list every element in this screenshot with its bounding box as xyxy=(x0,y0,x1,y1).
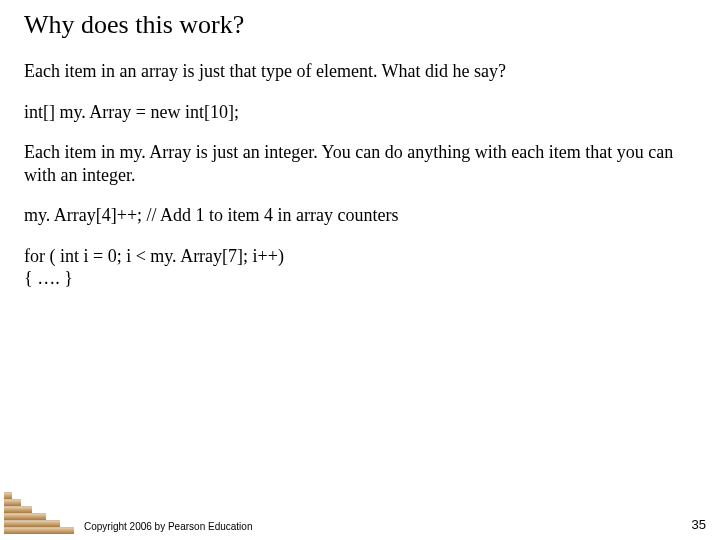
code-increment: my. Array[4]++; // Add 1 to item 4 in ar… xyxy=(24,204,696,227)
slide: Why does this work? Each item in an arra… xyxy=(0,0,720,540)
code-declaration: int[] my. Array = new int[10]; xyxy=(24,101,696,124)
paragraph-explain: Each item in my. Array is just an intege… xyxy=(24,141,696,186)
copyright-text: Copyright 2006 by Pearson Education xyxy=(84,521,252,534)
code-for-header: for ( int i = 0; i < my. Array[7]; i++) xyxy=(24,245,696,268)
slide-footer: Copyright 2006 by Pearson Education 35 xyxy=(0,492,720,534)
code-for-block: for ( int i = 0; i < my. Array[7]; i++) … xyxy=(24,245,696,290)
paragraph-intro: Each item in an array is just that type … xyxy=(24,60,696,83)
stairs-icon xyxy=(4,492,74,534)
code-for-body: { …. } xyxy=(24,267,696,290)
page-number: 35 xyxy=(692,517,706,534)
footer-left: Copyright 2006 by Pearson Education xyxy=(4,492,252,534)
slide-title: Why does this work? xyxy=(24,10,696,40)
